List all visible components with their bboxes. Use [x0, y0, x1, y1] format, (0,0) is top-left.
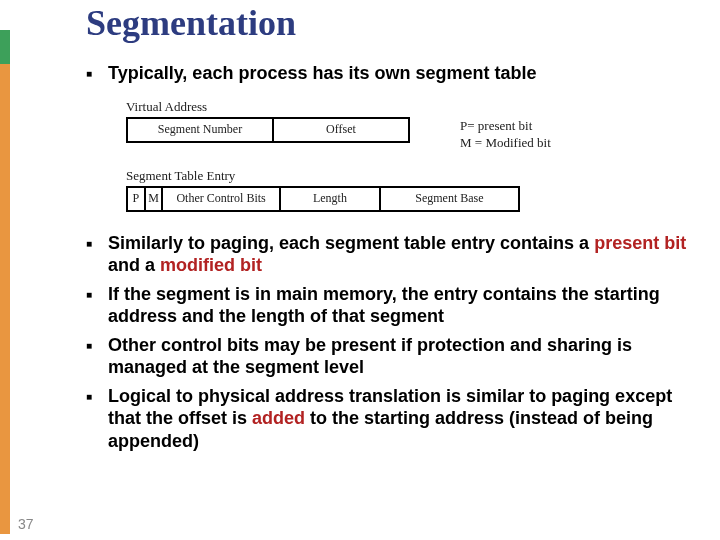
- entry-m-cell: M: [146, 188, 164, 210]
- bullet-icon: ■: [86, 232, 108, 249]
- entry-base-cell: Segment Base: [381, 188, 518, 210]
- keyword-present-bit: present bit: [594, 233, 686, 253]
- entry-ctrl-cell: Other Control Bits: [163, 188, 281, 210]
- slide-content: ■ Typically, each process has its own se…: [86, 62, 696, 458]
- virtual-address-row: Segment Number Offset P= present bit M =…: [126, 117, 596, 152]
- bullet-text: If the segment is in main memory, the en…: [108, 283, 696, 328]
- keyword-added: added: [252, 408, 305, 428]
- bits-legend: P= present bit M = Modified bit: [460, 117, 551, 152]
- bullet-1: ■ Similarly to paging, each segment tabl…: [86, 232, 696, 277]
- bullet-3: ■ Other control bits may be present if p…: [86, 334, 696, 379]
- bullet-text: Similarly to paging, each segment table …: [108, 232, 696, 277]
- entry-label: Segment Table Entry: [126, 168, 596, 184]
- offset-cell: Offset: [274, 119, 408, 141]
- segment-entry-box: P M Other Control Bits Length Segment Ba…: [126, 186, 520, 212]
- virtual-address-box: Segment Number Offset: [126, 117, 410, 143]
- edge-accent-orange: [0, 64, 10, 534]
- slide: Segmentation ■ Typically, each process h…: [0, 0, 720, 540]
- bullet-icon: ■: [86, 334, 108, 351]
- edge-accent-green: [0, 30, 10, 64]
- segnum-cell: Segment Number: [128, 119, 274, 141]
- bullet-text: Logical to physical address translation …: [108, 385, 696, 453]
- bullet-2: ■ If the segment is in main memory, the …: [86, 283, 696, 328]
- slide-number: 37: [18, 516, 34, 532]
- entry-p-cell: P: [128, 188, 146, 210]
- bullet-text: Other control bits may be present if pro…: [108, 334, 696, 379]
- bullet-top: ■ Typically, each process has its own se…: [86, 62, 696, 85]
- bullet-icon: ■: [86, 62, 108, 79]
- legend-m: M = Modified bit: [460, 134, 551, 152]
- bullet-text: Typically, each process has its own segm…: [108, 62, 536, 85]
- legend-p: P= present bit: [460, 117, 551, 135]
- bullet-icon: ■: [86, 385, 108, 402]
- bullet-icon: ■: [86, 283, 108, 300]
- keyword-modified-bit: modified bit: [160, 255, 262, 275]
- virtual-address-label: Virtual Address: [126, 99, 596, 115]
- bullet-4: ■ Logical to physical address translatio…: [86, 385, 696, 453]
- segmentation-diagram: Virtual Address Segment Number Offset P=…: [126, 99, 596, 212]
- entry-len-cell: Length: [281, 188, 381, 210]
- slide-title: Segmentation: [86, 2, 296, 44]
